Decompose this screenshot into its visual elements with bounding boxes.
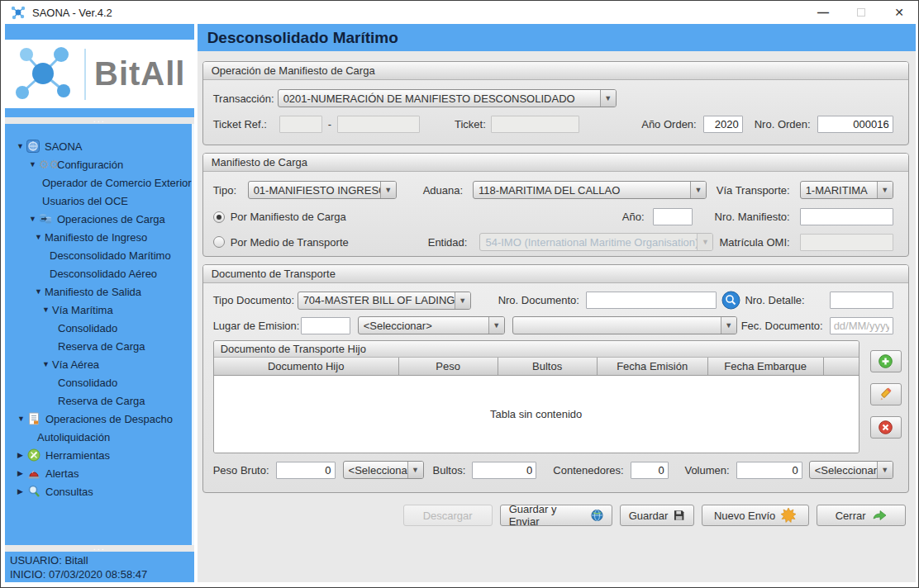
guardar-enviar-button[interactable]: Guardar y Enviar [500, 505, 612, 526]
chevron-collapsed-icon[interactable]: ▶ [17, 451, 27, 459]
chevron-expanded-icon[interactable]: ▼ [35, 233, 45, 241]
maximize-button[interactable] [842, 1, 880, 24]
ticket-ref-year-input[interactable] [279, 116, 322, 133]
sidebar-item-manifiesto-salida[interactable]: ▼ Manifiesto de Salida [5, 282, 192, 301]
splitter-top[interactable]: ... [5, 117, 194, 124]
delete-icon [879, 420, 893, 434]
sidebar-item-manifiesto-ingreso[interactable]: ▼ Manifiesto de Ingreso [5, 228, 192, 246]
chevron-expanded-icon[interactable]: ▼ [42, 306, 52, 314]
new-starburst-icon [781, 508, 796, 523]
contenedores-input[interactable] [631, 462, 669, 479]
main-panel: Desconsolidado Marítimo Operación de Man… [198, 24, 916, 582]
sidebar-item-consolidado-maritimo[interactable]: Consolidado [5, 319, 192, 337]
ticket-ref-dash: - [328, 118, 331, 130]
sidebar-item-operador-comercio-exterior[interactable]: Operador de Comercio Exterior [5, 173, 192, 192]
sidebar-item-consultas[interactable]: ▶ Consultas [5, 482, 192, 500]
sidebar-item-consolidado-aereo[interactable]: Consolidado [5, 373, 192, 391]
sidebar-item-configuracion[interactable]: ▼ ⚙⚙ Configuración [5, 155, 192, 173]
minimize-button[interactable]: — [804, 1, 842, 24]
sidebar-item-desconsolidado-maritimo[interactable]: Desconsolidado Marítimo [5, 246, 192, 264]
chevron-expanded-icon[interactable]: ▼ [29, 215, 39, 223]
nro-orden-input[interactable] [817, 116, 893, 133]
lugar-emision-input[interactable] [301, 317, 350, 334]
group-title: Documento de Transporte [203, 265, 908, 283]
volumen-input[interactable] [736, 462, 802, 479]
descargar-button[interactable]: Descargar [403, 505, 493, 526]
chevron-expanded-icon[interactable]: ▼ [17, 415, 27, 423]
por-medio-transporte-label: Por Medio de Transporte [231, 236, 349, 249]
chevron-collapsed-icon[interactable]: ▶ [17, 469, 27, 477]
por-medio-transporte-radio[interactable] [213, 236, 225, 248]
sidebar-item-via-maritima[interactable]: ▼ Vía Marítima [5, 301, 192, 319]
add-icon [879, 354, 893, 368]
matricula-omi-label: Matrícula OMI: [719, 236, 789, 249]
ticket-ref-number-input[interactable] [337, 116, 420, 133]
transaccion-select[interactable]: 0201-NUMERACIÓN DE MANIFIESTO DESCONSOLI… [278, 89, 617, 107]
chevron-expanded-icon[interactable]: ▼ [17, 142, 26, 150]
app-grid-icon [26, 140, 40, 153]
edit-row-button[interactable] [870, 383, 902, 405]
chevron-down-icon: ▼ [877, 462, 893, 478]
sidebar-item-reserva-carga-aerea[interactable]: Reserva de Carga [5, 391, 192, 410]
nuevo-envio-button[interactable]: Nuevo Envío [702, 505, 809, 526]
via-transporte-select[interactable]: 1-MARITIMA ▼ [800, 181, 893, 199]
sidebar-item-via-aerea[interactable]: ▼ Vía Aérea [5, 355, 192, 373]
sidebar-item-saona[interactable]: ▼ SAONA [5, 137, 192, 155]
chevron-expanded-icon[interactable]: ▼ [29, 160, 39, 168]
sidebar-item-desconsolidado-aereo[interactable]: Desconsolidado Aéreo [5, 264, 192, 282]
sidebar-item-autoliquidacion[interactable]: Autoliquidación [5, 428, 192, 446]
chevron-expanded-icon[interactable]: ▼ [35, 287, 45, 296]
col-peso[interactable]: Peso [399, 358, 498, 375]
peso-unidad-select[interactable]: <Seleccionar> ▼ [343, 461, 424, 479]
add-row-button[interactable] [870, 350, 902, 372]
delete-row-button[interactable] [870, 416, 902, 439]
nro-documento-label: Nro. Documento: [498, 294, 579, 306]
matricula-omi-input[interactable] [800, 234, 893, 251]
sidebar-item-usuarios-oce[interactable]: Usuarios del OCE [5, 192, 192, 210]
anio-orden-input[interactable] [703, 116, 743, 133]
bultos-label: Bultos: [433, 464, 466, 477]
col-fecha-embarque[interactable]: Fecha Embarque [708, 358, 824, 375]
entidad-select[interactable]: 54-IMO (International Maritime Organisat… [479, 233, 713, 251]
tipo-documento-select[interactable]: 704-MASTER BILL OF LADING ▼ [298, 292, 471, 310]
guardar-button[interactable]: Guardar [620, 505, 694, 526]
sidebar-item-operaciones-carga[interactable]: ▼ Operaciones de Carga [5, 210, 192, 228]
nro-detalle-input[interactable] [830, 292, 893, 309]
cerrar-button[interactable]: Cerrar [817, 505, 906, 526]
lugar-seleccionar-select[interactable]: <Seleccionar> ▼ [358, 316, 505, 334]
col-bultos[interactable]: Bultos [498, 358, 598, 375]
col-documento-hijo[interactable]: Documento Hijo [214, 358, 399, 375]
tipo-select[interactable]: 01-MANIFIESTO INGRESO ▼ [248, 181, 397, 199]
por-manifiesto-radio[interactable] [213, 211, 225, 223]
magnifier-icon [27, 485, 40, 498]
chevron-expanded-icon[interactable]: ▼ [42, 360, 52, 368]
anio-input[interactable] [653, 208, 693, 225]
nro-documento-input[interactable] [586, 292, 717, 309]
volumen-unidad-select[interactable]: <Seleccionar> ▼ [809, 461, 893, 479]
alarm-icon [27, 467, 40, 480]
chevron-collapsed-icon[interactable]: ▶ [17, 487, 27, 496]
sidebar-item-operaciones-despacho[interactable]: ▼ Operaciones de Despacho [5, 410, 192, 428]
splitter-bottom[interactable]: ... [5, 545, 194, 552]
peso-bruto-input[interactable] [276, 462, 336, 479]
fec-documento-input[interactable] [830, 317, 893, 334]
edit-pencil-icon [879, 387, 893, 402]
chevron-down-icon: ▼ [697, 234, 712, 250]
lugar-detalle-select[interactable]: ▼ [512, 316, 737, 334]
sidebar-item-herramientas[interactable]: ▶ Herramientas [5, 446, 192, 464]
ticket-input[interactable] [491, 116, 579, 133]
logo-divider [84, 49, 86, 100]
chevron-down-icon: ▼ [407, 462, 423, 478]
close-button[interactable]: ✕ [880, 1, 918, 24]
bultos-input[interactable] [472, 462, 536, 479]
sidebar-item-alertas[interactable]: ▶ Alertas [5, 464, 192, 482]
search-document-button[interactable] [721, 291, 740, 310]
aduana-select[interactable]: 118-MARITIMA DEL CALLAO ▼ [473, 181, 707, 199]
aduana-label: Aduana: [423, 184, 463, 197]
window-title: SAONA - Ver.4.2 [32, 7, 112, 19]
bitall-molecule-logo [13, 45, 74, 103]
sidebar-item-reserva-carga-maritima[interactable]: Reserva de Carga [5, 337, 192, 355]
col-fecha-emision[interactable]: Fecha Emisión [598, 358, 708, 375]
logo-text: BitAll [94, 55, 185, 92]
nro-manifiesto-input[interactable] [800, 208, 893, 225]
